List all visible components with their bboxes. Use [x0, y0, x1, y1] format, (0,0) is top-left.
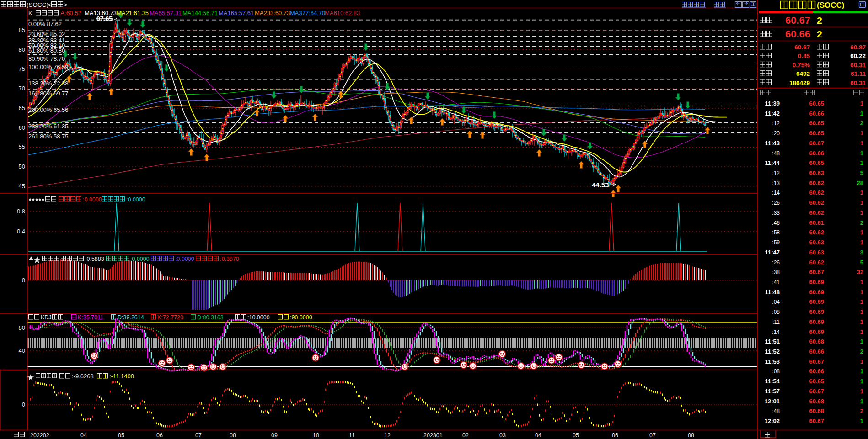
- svg-text:(SOCC): (SOCC): [27, 1, 48, 8]
- svg-text:11:51: 11:51: [765, 338, 780, 345]
- svg-text:32: 32: [857, 269, 863, 275]
- svg-text:75: 75: [19, 65, 25, 72]
- svg-text::-11.1400: :-11.1400: [109, 373, 134, 380]
- svg-text:60.31: 60.31: [850, 62, 866, 69]
- svg-text:MA233:60.73: MA233:60.73: [255, 10, 290, 16]
- svg-text:0.4: 0.4: [17, 228, 25, 235]
- svg-text:60.65: 60.65: [809, 100, 824, 107]
- svg-text:12:02: 12:02: [765, 418, 780, 424]
- svg-text:65: 65: [19, 105, 25, 111]
- svg-text:1: 1: [860, 279, 863, 286]
- svg-text:06: 06: [612, 432, 618, 439]
- svg-text::12: :12: [772, 170, 780, 176]
- svg-text:MA55:57.31: MA55:57.31: [150, 10, 182, 16]
- svg-text::0.5883: :0.5883: [85, 256, 104, 262]
- svg-text:0.00% 87.62: 0.00% 87.62: [28, 21, 62, 27]
- svg-text:12:01: 12:01: [765, 398, 780, 405]
- svg-text:2: 2: [817, 15, 822, 26]
- svg-text:11:42: 11:42: [765, 110, 780, 117]
- svg-text:1: 1: [860, 289, 863, 296]
- svg-text:0.8: 0.8: [17, 208, 25, 215]
- svg-text:80.90% 78.70: 80.90% 78.70: [28, 55, 65, 62]
- svg-text:238.20% 61.35: 238.20% 61.35: [28, 123, 68, 130]
- svg-text:100.00% 76.59: 100.00% 76.59: [28, 63, 68, 70]
- svg-text:1: 1: [860, 159, 863, 166]
- svg-text:1: 1: [860, 358, 863, 365]
- svg-text:12: 12: [384, 432, 391, 439]
- svg-text:60.67: 60.67: [794, 44, 810, 51]
- svg-text:11: 11: [349, 432, 355, 439]
- svg-text:D:80.3163: D:80.3163: [197, 314, 224, 321]
- svg-text:11:47: 11:47: [765, 249, 780, 256]
- svg-text:44.53: 44.53: [592, 181, 609, 189]
- svg-text::90.0000: :90.0000: [290, 314, 312, 321]
- svg-text:MA21:61.35: MA21:61.35: [117, 10, 149, 16]
- svg-text:0: 0: [22, 401, 25, 408]
- svg-text:05: 05: [573, 432, 579, 439]
- svg-text:1: 1: [860, 298, 863, 305]
- svg-text:60.65: 60.65: [809, 159, 824, 166]
- svg-text::38: :38: [772, 269, 780, 275]
- svg-text:60.31: 60.31: [850, 79, 866, 86]
- svg-text:04: 04: [535, 432, 541, 439]
- svg-text:60.68: 60.68: [809, 398, 824, 405]
- svg-text::26: :26: [772, 259, 780, 266]
- svg-text::13: :13: [772, 180, 780, 186]
- svg-text:1: 1: [860, 100, 863, 107]
- svg-text:60.62: 60.62: [809, 189, 824, 196]
- svg-text::0.3870: :0.3870: [220, 256, 239, 262]
- svg-text:1: 1: [860, 328, 863, 335]
- svg-text:60.69: 60.69: [809, 279, 824, 286]
- svg-text:1: 1: [860, 388, 863, 395]
- svg-text:05: 05: [118, 432, 124, 439]
- svg-text:1: 1: [860, 318, 863, 325]
- svg-text:70: 70: [19, 85, 25, 92]
- svg-text:>: >: [64, 1, 68, 8]
- svg-text::14: :14: [772, 190, 780, 196]
- svg-text::-9.6268: :-9.6268: [72, 373, 94, 380]
- svg-text:60.22: 60.22: [850, 53, 866, 59]
- svg-text:K:72.7720: K:72.7720: [157, 314, 183, 321]
- svg-text:60.62: 60.62: [809, 259, 824, 266]
- svg-text:MA610:62.83: MA610:62.83: [325, 10, 360, 16]
- svg-text:MA377:64.70: MA377:64.70: [290, 10, 325, 16]
- svg-text:60.69: 60.69: [809, 298, 824, 305]
- svg-text:K: K: [28, 10, 32, 16]
- svg-text:55: 55: [19, 143, 25, 150]
- svg-text:2: 2: [860, 407, 863, 414]
- svg-text:MA144:56.71: MA144:56.71: [182, 10, 218, 16]
- svg-text:1: 1: [860, 150, 863, 157]
- svg-text::0.0000: :0.0000: [126, 196, 145, 203]
- svg-text::04: :04: [772, 299, 780, 305]
- svg-text::26: :26: [772, 200, 780, 206]
- svg-text:11:44: 11:44: [765, 159, 780, 166]
- svg-text:3: 3: [860, 249, 863, 256]
- svg-text::33: :33: [772, 210, 780, 216]
- svg-text::48: :48: [772, 408, 780, 414]
- svg-text:60.67: 60.67: [809, 388, 824, 395]
- svg-text:10: 10: [313, 432, 319, 439]
- svg-text:60.66: 60.66: [809, 110, 824, 117]
- svg-text:MA13:60.73: MA13:60.73: [85, 10, 117, 16]
- svg-text:1: 1: [860, 209, 863, 216]
- svg-text:23.60% 85.02: 23.60% 85.02: [28, 31, 65, 37]
- svg-text:1: 1: [860, 229, 863, 236]
- svg-text::46: :46: [772, 220, 780, 226]
- svg-text:KDJ: KDJ: [41, 314, 52, 321]
- svg-text:202202: 202202: [30, 432, 49, 439]
- svg-text:1: 1: [860, 130, 863, 137]
- svg-text:5: 5: [860, 259, 863, 266]
- svg-text:02: 02: [462, 432, 469, 439]
- svg-text:28: 28: [857, 180, 863, 186]
- svg-text:2: 2: [860, 219, 863, 226]
- svg-text:40: 40: [19, 347, 25, 354]
- svg-text:80: 80: [19, 324, 25, 331]
- svg-text:A:60.57: A:60.57: [60, 10, 82, 16]
- svg-text::08: :08: [772, 368, 780, 375]
- svg-text:5: 5: [860, 169, 863, 176]
- svg-text:1: 1: [860, 418, 863, 424]
- svg-text::58: :58: [772, 229, 780, 236]
- svg-text:60.69: 60.69: [809, 308, 824, 315]
- svg-text:60.87: 60.87: [850, 44, 866, 51]
- svg-text:MA165:57.61: MA165:57.61: [219, 10, 254, 16]
